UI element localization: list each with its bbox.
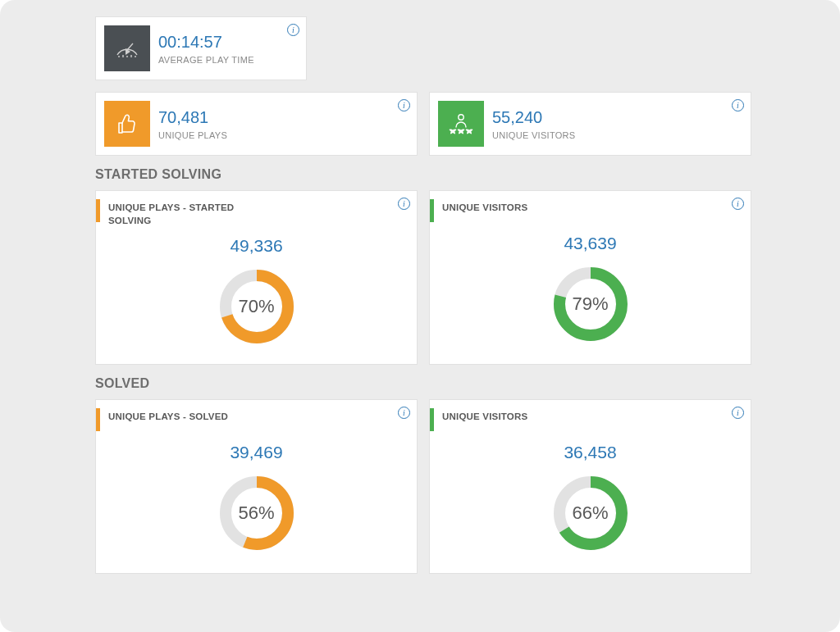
avg-play-time-value: 00:14:57 [158, 32, 254, 52]
unique-plays-label: UNIQUE PLAYS [158, 130, 227, 140]
section-title-started-solving: STARTED SOLVING [95, 167, 751, 182]
info-icon[interactable]: i [398, 99, 410, 111]
gauge-icon [104, 25, 150, 71]
donut-percent-label: 79% [550, 263, 632, 345]
panel-number: 39,469 [230, 443, 282, 462]
info-icon[interactable]: i [398, 198, 410, 210]
panel-stripe-green [430, 408, 434, 431]
card-unique-plays: 70,481 UNIQUE PLAYS i [95, 92, 418, 156]
panel-number: 49,336 [230, 236, 282, 256]
info-icon[interactable]: i [287, 24, 299, 36]
donut-chart: 56% [216, 472, 298, 554]
unique-visitors-label: UNIQUE VISITORS [492, 130, 575, 140]
panel-number: 36,458 [564, 443, 616, 462]
panel-title: UNIQUE VISITORS [442, 411, 527, 424]
panel-stripe-orange [96, 199, 100, 222]
donut-percent-label: 56% [216, 472, 298, 554]
panel-title: UNIQUE PLAYS - SOLVED [108, 411, 228, 424]
info-icon[interactable]: i [732, 99, 744, 111]
panel-solved-visitors: UNIQUE VISITORS i 36,458 66% [429, 399, 751, 574]
donut-percent-label: 66% [550, 472, 632, 554]
panel-title: UNIQUE VISITORS [442, 202, 527, 215]
panel-stripe-green [430, 199, 434, 222]
info-icon[interactable]: i [398, 407, 410, 419]
avg-play-time-label: AVERAGE PLAY TIME [158, 55, 254, 65]
panel-started-visitors: UNIQUE VISITORS i 43,639 79% [429, 190, 751, 365]
svg-point-7 [459, 115, 463, 120]
svg-line-0 [127, 43, 133, 50]
info-icon[interactable]: i [732, 198, 744, 210]
panel-stripe-orange [96, 408, 100, 431]
thumbs-up-icon [104, 101, 150, 147]
panel-number: 43,639 [564, 234, 616, 253]
panel-started-plays: UNIQUE PLAYS - STARTED SOLVING i 49,336 … [95, 190, 418, 365]
donut-chart: 66% [550, 472, 632, 554]
card-avg-play-time: 00:14:57 AVERAGE PLAY TIME i [95, 16, 307, 80]
visitor-icon [438, 101, 484, 147]
dashboard: 00:14:57 AVERAGE PLAY TIME i 70,481 UNIQ… [0, 0, 840, 632]
card-unique-visitors: 55,240 UNIQUE VISITORS i [429, 92, 751, 156]
panel-title: UNIQUE PLAYS - STARTED SOLVING [108, 202, 264, 227]
info-icon[interactable]: i [732, 407, 744, 419]
unique-visitors-value: 55,240 [492, 107, 575, 127]
panel-solved-plays: UNIQUE PLAYS - SOLVED i 39,469 56% [95, 399, 418, 574]
unique-plays-value: 70,481 [158, 107, 227, 127]
donut-chart: 70% [216, 266, 298, 348]
donut-chart: 79% [550, 263, 632, 345]
section-title-solved: SOLVED [95, 376, 751, 391]
donut-percent-label: 70% [216, 266, 298, 348]
